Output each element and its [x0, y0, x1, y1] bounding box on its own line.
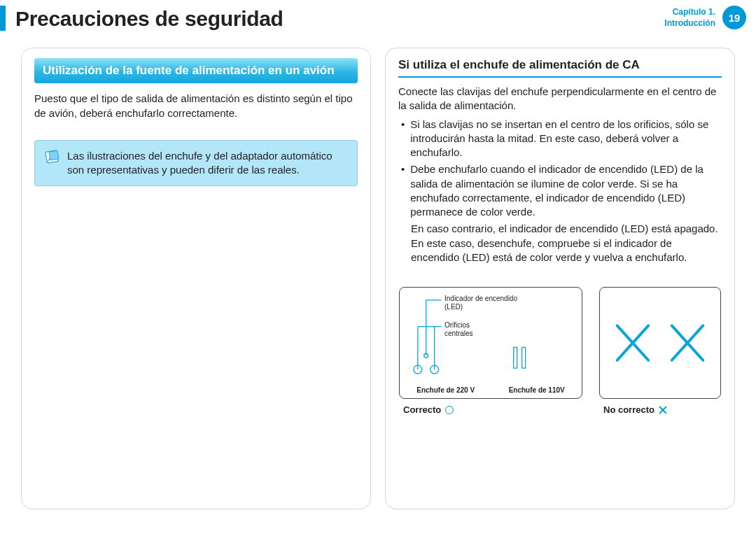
chapter-line1: Capítulo 1.	[664, 6, 715, 17]
bullet-text: Si las clavijas no se insertan en el cen…	[410, 118, 722, 160]
content-columns: Utilización de la fuente de alimentación…	[0, 38, 756, 509]
right-para1: Conecte las clavijas del enchufe perpend…	[398, 85, 722, 113]
page-header: Precauciones de seguridad Capítulo 1. In…	[0, 0, 756, 38]
note-box: Las ilustraciones del enchufe y del adap…	[34, 140, 358, 187]
holes-label: Orificios centrales	[444, 321, 493, 337]
bullet-list: • Si las clavijas no se insertan en el c…	[401, 118, 722, 220]
bullet-text: Debe enchufarlo cuando el indicador de e…	[410, 162, 722, 219]
chapter-line2: Introducción	[664, 17, 715, 29]
bullet-item: • Debe enchufarlo cuando el indicador de…	[401, 162, 722, 219]
figures-row: Indicador de encendido (LED) Orificios c…	[398, 287, 722, 399]
page-number-badge: 19	[722, 6, 746, 29]
led-label: Indicador de encendido (LED)	[444, 295, 522, 311]
right-para2: En caso contrario, el indicador de encen…	[411, 222, 722, 265]
verdict-incorrect-label: No correcto	[603, 404, 654, 415]
svg-rect-9	[514, 347, 517, 368]
svg-rect-10	[522, 347, 526, 368]
verdict-correct: Correcto	[399, 404, 582, 415]
bullet-item: • Si las clavijas no se insertan en el c…	[401, 118, 722, 160]
right-column: Si utiliza el enchufe de alimentación de…	[385, 48, 735, 509]
plug-labels: Enchufe de 220 V Enchufe de 110V	[400, 386, 582, 394]
title-wrap: Precauciones de seguridad	[0, 6, 284, 31]
chapter-label: Capítulo 1. Introducción	[664, 6, 715, 29]
plug-incorrect-diagram	[600, 288, 720, 398]
right-section-title: Si utiliza el enchufe de alimentación de…	[398, 58, 722, 78]
plug-220-label: Enchufe de 220 V	[416, 386, 475, 394]
x-mark-icon	[659, 406, 667, 414]
verdict-row: Correcto No correcto	[398, 404, 722, 415]
plug-110-label: Enchufe de 110V	[509, 386, 565, 394]
bullet-dot-icon: •	[401, 118, 405, 160]
left-para1: Puesto que el tipo de salida de alimenta…	[34, 92, 358, 120]
note-icon	[43, 148, 62, 166]
figure-correct: Indicador de encendido (LED) Orificios c…	[399, 287, 582, 399]
note-text: Las ilustraciones del enchufe y del adap…	[67, 150, 332, 176]
chapter-block: Capítulo 1. Introducción 19	[664, 6, 746, 29]
left-column: Utilización de la fuente de alimentación…	[21, 48, 371, 509]
circle-ok-icon	[445, 406, 454, 414]
side-accent	[0, 6, 6, 31]
page-title: Precauciones de seguridad	[15, 6, 284, 31]
left-section-title: Utilización de la fuente de alimentación…	[34, 58, 358, 83]
figure-incorrect	[599, 287, 721, 399]
bullet-dot-icon: •	[401, 162, 405, 219]
verdict-incorrect: No correcto	[599, 404, 721, 415]
verdict-correct-label: Correcto	[403, 404, 441, 415]
